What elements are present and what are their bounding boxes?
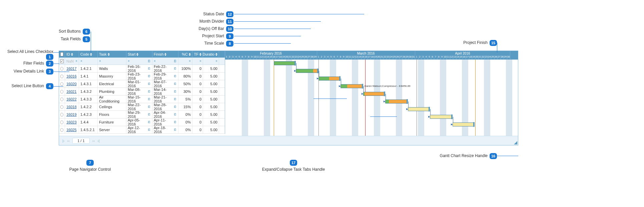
col-header-finish[interactable]: Finish (152, 51, 178, 58)
filter-dur[interactable]: × (203, 58, 219, 65)
sort-icon[interactable] (164, 53, 166, 56)
sort-icon[interactable] (215, 53, 217, 56)
calendar-icon[interactable]: 🗓 (174, 113, 177, 116)
view-details-link[interactable]: 16017 (66, 67, 77, 71)
calendar-icon[interactable]: 🗓 (148, 105, 151, 108)
sort-icon[interactable] (90, 53, 92, 56)
col-header-start[interactable]: Start (126, 51, 152, 58)
filter-tf[interactable]: × (192, 58, 203, 65)
calendar-icon[interactable]: 🗓 (174, 75, 177, 78)
timescale-day: 22 (384, 56, 387, 60)
cell-dur: 5.00 (203, 73, 219, 80)
col-header-code[interactable]: Code (79, 51, 98, 58)
callout-4: Select Line Button4 (0, 83, 53, 89)
calendar-icon[interactable]: 🗓 (148, 90, 151, 93)
sort-icon[interactable] (108, 53, 110, 56)
view-details-link[interactable]: 16021 (66, 90, 77, 94)
calendar-icon[interactable]: 🗓 (148, 75, 151, 78)
calendar-icon[interactable]: 🗓 (174, 98, 177, 101)
col-header-pc[interactable]: %C (178, 51, 192, 58)
filter-finish[interactable]: ×🗓 (152, 58, 178, 65)
cell-start: Mar-15-2016🗓 (126, 96, 152, 103)
filter-id[interactable]: NaN× (65, 58, 79, 65)
calendar-icon[interactable]: 🗓 (174, 67, 177, 70)
pager-prev-button[interactable]: ‹‹ (66, 139, 71, 143)
pager-next-button[interactable]: ›› (91, 139, 96, 143)
cell-finish: Apr-04-2016🗓 (152, 111, 178, 118)
cell-tf: 0 (192, 111, 203, 118)
calendar-icon[interactable]: 🗓 (148, 98, 151, 101)
timescale-day: 27 (400, 56, 403, 60)
view-details-link[interactable]: 16020 (66, 82, 77, 86)
cell-id: 16017 (65, 65, 79, 72)
view-details-link[interactable]: 16025 (66, 128, 77, 132)
task-grid: ID Code Task Start Finish (59, 51, 225, 134)
calendar-icon[interactable]: 🗓 (174, 120, 177, 124)
calendar-icon[interactable]: 🗓 (174, 90, 177, 93)
filter-code[interactable]: × (79, 58, 98, 65)
cell-pc: 80% (178, 73, 192, 80)
select-line-button[interactable] (59, 73, 65, 80)
task-bar[interactable] (296, 69, 318, 73)
filter-start[interactable]: ×🗓 (126, 58, 152, 65)
filter-row-checkbox[interactable] (59, 58, 65, 65)
sort-icon[interactable] (136, 53, 138, 56)
calendar-icon[interactable]: 🗓 (148, 128, 151, 131)
calendar-icon[interactable]: 🗓 (148, 113, 151, 116)
select-line-button[interactable] (59, 111, 65, 118)
select-line-button[interactable] (59, 88, 65, 95)
table-row: 160211.4.3.2PlumbingMar-08-2016🗓Mar-14-2… (59, 88, 225, 96)
timescale-day: 23 (295, 56, 298, 60)
calendar-icon[interactable]: 🗓 (174, 82, 177, 86)
col-header-duration[interactable]: Duratio (203, 51, 219, 58)
table-row: 160171.4.2.1WallsFeb-16-2016🗓Feb-22-2016… (59, 65, 225, 73)
task-bar[interactable] (363, 92, 385, 96)
select-line-button[interactable] (59, 103, 65, 110)
col-header-tf[interactable]: TF (192, 51, 203, 58)
task-bar[interactable] (430, 115, 452, 119)
calendar-icon[interactable]: 🗓 (173, 59, 177, 63)
calendar-icon[interactable]: 🗓 (147, 59, 151, 63)
select-line-button[interactable] (59, 96, 65, 103)
select-line-button[interactable] (59, 126, 65, 133)
calendar-icon[interactable]: 🗓 (174, 105, 177, 108)
task-bar[interactable] (453, 122, 474, 126)
timescale-day: 7 (244, 56, 247, 60)
calendar-icon[interactable]: 🗓 (148, 120, 151, 124)
cell-finish: Feb-22-2016🗓 (152, 65, 178, 72)
pager-first-button[interactable]: |‹ (61, 139, 66, 143)
timescale-day: 12 (352, 56, 355, 60)
select-line-button[interactable] (59, 118, 65, 126)
timescale-day: 13 (453, 56, 457, 60)
view-details-link[interactable]: 16022 (66, 97, 77, 101)
cell-finish: Apr-11-2016🗓 (152, 118, 178, 126)
gantt-resize-handle[interactable] (514, 141, 517, 144)
filter-task[interactable]: × (98, 58, 126, 65)
cell-tf: 0 (192, 73, 203, 80)
view-details-link[interactable]: 16023 (66, 120, 77, 124)
task-bar[interactable] (408, 107, 429, 111)
calendar-icon[interactable]: 🗓 (174, 128, 177, 131)
pager-last-button[interactable]: ›| (96, 139, 101, 143)
sort-icon[interactable] (71, 53, 73, 56)
sort-icon[interactable] (199, 53, 201, 56)
col-header-id[interactable]: ID (65, 51, 79, 58)
view-details-link[interactable]: 16016 (66, 74, 77, 78)
select-line-button[interactable] (59, 80, 65, 88)
task-bar[interactable] (318, 77, 340, 81)
pager-page-input[interactable]: 1 / 1 (72, 138, 90, 144)
col-header-task[interactable]: Task (98, 51, 126, 58)
select-line-button[interactable] (59, 65, 65, 72)
sort-icon[interactable] (189, 53, 191, 56)
cell-code: 1.4.3.2 (79, 88, 98, 95)
view-details-link[interactable]: 16018 (66, 105, 77, 109)
task-bar[interactable] (274, 61, 295, 65)
gantt-body[interactable]: Karen Watson;Compressor - E8456.89 (225, 60, 518, 136)
select-all-checkbox[interactable] (59, 51, 65, 58)
view-details-link[interactable]: 16019 (66, 112, 77, 116)
calendar-icon[interactable]: 🗓 (148, 82, 151, 86)
task-bar[interactable] (341, 84, 363, 88)
filter-pc[interactable]: × (178, 58, 192, 65)
calendar-icon[interactable]: 🗓 (148, 67, 151, 70)
task-bar[interactable] (385, 100, 407, 104)
